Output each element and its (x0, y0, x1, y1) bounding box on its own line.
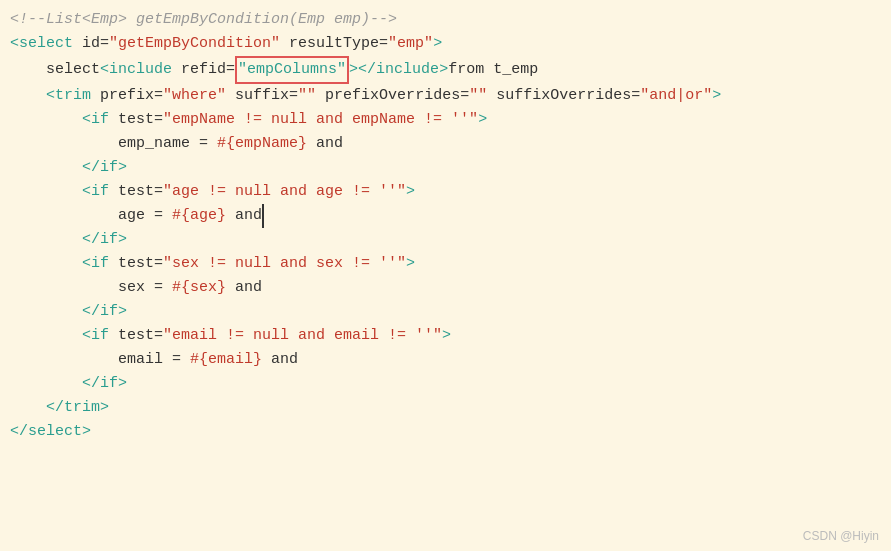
refid-value: "empColumns" (235, 56, 349, 84)
line-if4-open: <if test="email != null and email != ''"… (0, 324, 891, 348)
line-trim-open: <trim prefix="where" suffix="" prefixOve… (0, 84, 891, 108)
cursor-position: and (235, 204, 264, 228)
line-if4-close: </if> (0, 372, 891, 396)
code-container: <!--List<Emp> getEmpByCondition(Emp emp)… (0, 0, 891, 551)
line-comment: <!--List<Emp> getEmpByCondition(Emp emp)… (0, 8, 891, 32)
line-empname: emp_name = #{empName} and (0, 132, 891, 156)
comment-text: <!--List<Emp> getEmpByCondition(Emp emp)… (10, 8, 397, 32)
line-if2-open: <if test="age != null and age != ''"> (0, 180, 891, 204)
line-sex: sex = #{sex} and (0, 276, 891, 300)
line-if3-close: </if> (0, 300, 891, 324)
line-email: email = #{email} and (0, 348, 891, 372)
line-trim-close: </trim> (0, 396, 891, 420)
watermark: CSDN @Hiyin (803, 529, 879, 543)
line-if2-close: </if> (0, 228, 891, 252)
tag-select-open: < (10, 32, 19, 56)
line-if1-open: <if test="empName != null and empName !=… (0, 108, 891, 132)
line-if1-close: </if> (0, 156, 891, 180)
line-select-open: <select id="getEmpByCondition" resultTyp… (0, 32, 891, 56)
line-select-close: </select> (0, 420, 891, 444)
line-if3-open: <if test="sex != null and sex != ''"> (0, 252, 891, 276)
line-age: age = #{age} and (0, 204, 891, 228)
line-include: select<include refid="empColumns"></incl… (0, 56, 891, 84)
